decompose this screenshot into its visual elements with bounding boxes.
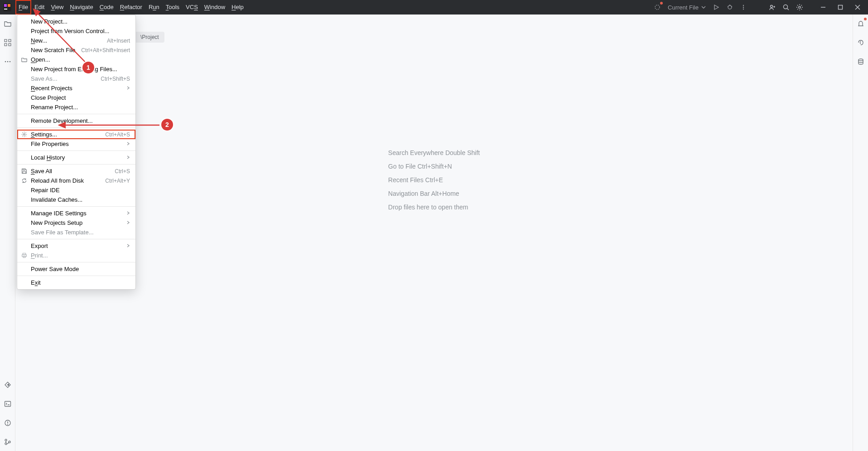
file-menu-new-project-from-existing-files[interactable]: New Project from Existing Files... (17, 64, 135, 74)
file-menu-repair-ide[interactable]: Repair IDE (17, 185, 135, 195)
window-close-button[interactable] (850, 0, 865, 15)
menu-code[interactable]: Code (96, 0, 117, 15)
menu-item-label: Save All (31, 168, 111, 175)
run-button[interactable] (710, 1, 722, 13)
structure-tool-button[interactable] (2, 37, 13, 48)
settings-icon[interactable] (794, 1, 805, 13)
svg-point-10 (743, 7, 744, 8)
annotation-badge-2: 2 (161, 119, 173, 131)
ai-assistant-tool-button[interactable] (855, 37, 866, 48)
menu-item-label: Exit (31, 279, 130, 286)
menu-separator (17, 164, 135, 165)
svg-marker-30 (7, 383, 9, 386)
menu-help[interactable]: Help (228, 0, 247, 15)
menu-item-label: Remote Development... (31, 117, 130, 124)
menu-navigate[interactable]: Navigate (67, 0, 96, 15)
file-menu-invalidate-caches[interactable]: Invalidate Caches... (17, 195, 135, 204)
debug-button[interactable] (724, 1, 736, 13)
gear-icon (21, 131, 27, 137)
editor-zone: \Project Search Everywhere Double ShiftG… (15, 15, 853, 451)
file-menu-save-all[interactable]: Save AllCtrl+S (17, 166, 135, 176)
menu-item-label: Manage IDE Settings (31, 210, 123, 217)
svg-rect-2 (8, 4, 10, 7)
svg-point-5 (728, 5, 732, 9)
right-tool-stripe (853, 15, 868, 451)
menu-file[interactable]: File (15, 0, 31, 15)
window-minimize-button[interactable] (815, 0, 831, 15)
file-menu-local-history[interactable]: Local History (17, 153, 135, 162)
file-menu-remote-development[interactable]: Remote Development... (17, 116, 135, 126)
terminal-tool-button[interactable] (2, 398, 13, 409)
menu-item-label: Recent Projects (31, 85, 123, 92)
menubar-right: Current File (651, 0, 865, 15)
menu-item-label: Print... (31, 252, 130, 259)
menu-item-shortcut: Ctrl+Shift+S (101, 76, 130, 82)
menu-item-label: Open... (31, 56, 130, 63)
workspace: \Project Search Everywhere Double ShiftG… (0, 15, 868, 451)
menu-item-label: New Scratch File (31, 47, 77, 53)
menubar-items: FileEditViewNavigateCodeRefactorRunTools… (15, 0, 247, 15)
welcome-hints: Search Everywhere Double ShiftGo to File… (388, 146, 480, 214)
file-menu-open[interactable]: Open... (17, 55, 135, 64)
more-tools-button[interactable] (2, 56, 13, 67)
window-maximize-button[interactable] (833, 0, 848, 15)
menu-item-label: New Projects Setup (31, 219, 123, 226)
menu-item-label: Export (31, 242, 123, 249)
menu-separator (17, 206, 135, 207)
menu-refactor[interactable]: Refactor (117, 0, 145, 15)
file-menu-new-projects-setup[interactable]: New Projects Setup (17, 218, 135, 228)
svg-point-38 (23, 134, 25, 136)
svg-rect-25 (9, 44, 11, 46)
file-menu-dropdown: New Project...Project from Version Contr… (17, 15, 136, 290)
menu-vcs[interactable]: VCS (183, 0, 201, 15)
search-everywhere-icon[interactable] (780, 1, 792, 13)
menu-window[interactable]: Window (201, 0, 228, 15)
file-menu-exit[interactable]: Exit (17, 278, 135, 287)
svg-line-16 (787, 9, 789, 10)
menu-item-label: New Project... (31, 18, 130, 25)
file-menu-new-project[interactable]: New Project... (17, 17, 135, 26)
svg-point-12 (771, 5, 773, 8)
breadcrumb[interactable]: \Project (135, 32, 164, 43)
ide-errors-icon[interactable] (651, 1, 663, 13)
file-menu-export[interactable]: Export (17, 241, 135, 251)
menu-tools[interactable]: Tools (163, 0, 183, 15)
svg-rect-22 (5, 39, 7, 42)
svg-point-27 (7, 61, 8, 63)
menu-edit[interactable]: Edit (31, 0, 48, 15)
file-menu-close-project[interactable]: Close Project (17, 93, 135, 102)
problems-tool-button[interactable] (2, 417, 13, 428)
more-actions-button[interactable] (738, 1, 749, 13)
code-with-me-icon[interactable] (767, 1, 778, 13)
services-tool-button[interactable] (2, 379, 13, 390)
file-menu-reload-all-from-disk[interactable]: Reload All from DiskCtrl+Alt+Y (17, 176, 135, 185)
file-menu-settings[interactable]: Settings...Ctrl+Alt+S (17, 130, 135, 139)
file-menu-file-properties[interactable]: File Properties (17, 139, 135, 149)
menu-separator (17, 114, 135, 114)
file-menu-new[interactable]: New...Alt+Insert (17, 36, 135, 45)
file-menu-project-from-version-control[interactable]: Project from Version Control... (17, 26, 135, 36)
database-tool-button[interactable] (855, 56, 866, 67)
menu-item-shortcut: Ctrl+Alt+S (105, 131, 130, 138)
file-menu-rename-project[interactable]: Rename Project... (17, 102, 135, 112)
left-tool-stripe (0, 15, 15, 451)
file-menu-save-as: Save As...Ctrl+Shift+S (17, 74, 135, 83)
menu-separator (17, 150, 135, 151)
file-menu-new-scratch-file[interactable]: New Scratch FileCtrl+Alt+Shift+Insert (17, 45, 135, 55)
notifications-tool-button[interactable] (855, 18, 866, 29)
project-tool-button[interactable] (2, 18, 13, 29)
menu-item-label: New... (31, 37, 103, 44)
menu-item-label: Close Project (31, 94, 130, 101)
file-menu-recent-projects[interactable]: Recent Projects (17, 83, 135, 93)
menu-run[interactable]: Run (145, 0, 163, 15)
welcome-hint-line: Navigation Bar Alt+Home (388, 187, 480, 200)
menu-item-label: Power Save Mode (31, 266, 130, 272)
file-menu-power-save-mode[interactable]: Power Save Mode (17, 264, 135, 274)
menu-item-label: File Properties (31, 141, 123, 147)
run-config-selector[interactable]: Current File (665, 1, 709, 13)
vcs-tool-button[interactable] (2, 436, 13, 447)
file-menu-manage-ide-settings[interactable]: Manage IDE Settings (17, 209, 135, 218)
annotation-badge-1: 1 (82, 62, 94, 73)
menu-view[interactable]: View (48, 0, 67, 15)
svg-rect-3 (4, 9, 7, 10)
